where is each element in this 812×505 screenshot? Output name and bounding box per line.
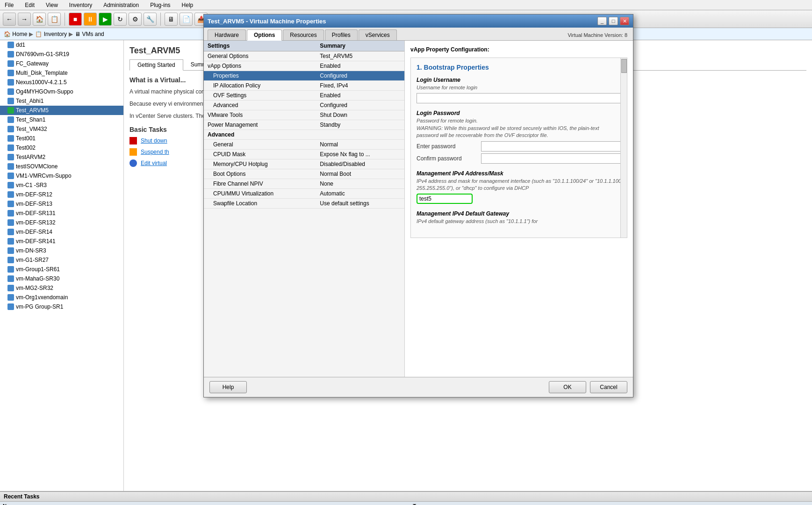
tab-resources[interactable]: Resources <box>283 29 323 40</box>
menu-bar: File Edit View Inventory Administration … <box>0 0 812 10</box>
settings-label: General Options <box>204 51 316 61</box>
menu-file[interactable]: File <box>2 1 16 9</box>
mgmt-ipv4-input[interactable] <box>417 194 473 204</box>
dialog-minimize-btn[interactable]: _ <box>597 17 607 25</box>
sidebar-item-test002[interactable]: Test002 <box>0 143 123 152</box>
menu-help[interactable]: Help <box>179 1 196 9</box>
sidebar-item-vmmahagsr30[interactable]: vm-MahaG-SR30 <box>0 274 123 283</box>
sidebar-item-multidisk[interactable]: Multi_Disk_Template <box>0 68 123 78</box>
scrollbar[interactable] <box>620 58 627 238</box>
toolbar-play-btn[interactable]: ▶ <box>99 13 112 26</box>
menu-inventory[interactable]: Inventory <box>66 1 95 9</box>
table-row-properties[interactable]: Properties Configured <box>204 71 404 81</box>
menu-plugins[interactable]: Plug-ins <box>147 1 173 9</box>
sidebar-item-vmorg1vx[interactable]: vm-Org1vxendomain <box>0 293 123 302</box>
sidebar-item-vmdnsr3[interactable]: vm-DN-SR3 <box>0 246 123 255</box>
task-shutdown-label[interactable]: Shut down <box>141 137 167 144</box>
table-row[interactable]: Fibre Channel NPIV None <box>204 179 404 189</box>
sidebar-item-fcgateway[interactable]: FC_Gateway <box>0 59 123 68</box>
settings-summary: Expose Nx flag to ... <box>316 150 404 159</box>
sidebar-item-vmdefsr141[interactable]: vm-DEF-SR141 <box>0 237 123 246</box>
sidebar-item-vmc1[interactable]: vm-C1 -SR3 <box>0 180 123 190</box>
vm-icon <box>7 135 14 142</box>
toolbar-stop-btn[interactable]: ■ <box>69 13 82 26</box>
table-row[interactable]: Advanced Configured <box>204 101 404 110</box>
vm-icon <box>7 88 14 95</box>
sidebar-item-vm1[interactable]: VM1-VMRCvm-Suppo <box>0 171 123 180</box>
table-row[interactable]: Memory/CPU Hotplug Disabled/Disabled <box>204 159 404 169</box>
sidebar-item-vmpg[interactable]: vm-PG Group-SR1 <box>0 302 123 311</box>
enter-password-label: Enter password <box>417 143 477 150</box>
toolbar-home-btn[interactable]: 🏠 <box>33 13 46 26</box>
dialog-close-btn[interactable]: ✕ <box>620 17 629 25</box>
vm-icon <box>7 219 14 226</box>
breadcrumb-vms[interactable]: 🖥 VMs and <box>75 31 104 37</box>
task-edit-label[interactable]: Edit virtual <box>141 160 167 166</box>
help-button[interactable]: Help <box>209 381 247 393</box>
menu-view[interactable]: View <box>43 1 61 9</box>
sidebar-item-testisovmclone[interactable]: testISOVMClone <box>0 162 123 171</box>
sidebar-item-vmdefsr132[interactable]: vm-DEF-SR132 <box>0 218 123 227</box>
toolbar-pause-btn[interactable]: ⏸ <box>84 13 97 26</box>
settings-label-properties: Properties <box>204 71 316 81</box>
sidebar-item-vmdefsr12[interactable]: vm-DEF-SR12 <box>0 190 123 199</box>
table-row[interactable]: General Normal <box>204 140 404 150</box>
login-password-desc: Password for remote login.WARNING: While… <box>417 117 621 139</box>
sidebar-item-label: testISOVMClone <box>16 163 57 170</box>
sidebar-item-og4[interactable]: Og4MYHGOvm-Suppo <box>0 87 123 96</box>
table-row[interactable]: Advanced <box>204 130 404 140</box>
table-row[interactable]: Power Management Standby <box>204 120 404 130</box>
sidebar-item-vmgroup1sr61[interactable]: vm-Group1-SR61 <box>0 265 123 274</box>
menu-administration[interactable]: Administration <box>101 1 142 9</box>
sidebar-item-vmg1sr27[interactable]: vm-G1-SR27 <box>0 255 123 265</box>
cancel-button[interactable]: Cancel <box>590 381 627 393</box>
tab-options[interactable]: Options <box>247 29 282 41</box>
sidebar-item-nexus[interactable]: Nexus1000V-4.2.1.5 <box>0 78 123 87</box>
sidebar-item-vmdefsr13[interactable]: vm-DEF-SR13 <box>0 199 123 209</box>
toolbar-btn8[interactable]: 📄 <box>180 13 193 26</box>
sidebar-item-vmmg2sr32[interactable]: vm-MG2-SR32 <box>0 283 123 293</box>
table-row[interactable]: CPUID Mask Expose Nx flag to ... <box>204 150 404 159</box>
confirm-password-input[interactable] <box>481 153 621 164</box>
table-row[interactable]: IP Allocation Policy Fixed, IPv4 <box>204 81 404 91</box>
table-row[interactable]: General Options Test_ARVM5 <box>204 51 404 61</box>
table-row[interactable]: VMware Tools Shut Down <box>204 110 404 120</box>
sidebar-item-dn7690[interactable]: DN7690vm-G1-SR19 <box>0 50 123 59</box>
toolbar-forward-btn[interactable]: → <box>18 13 31 26</box>
scrollbar-thumb[interactable] <box>621 59 627 73</box>
settings-summary: Shut Down <box>316 110 404 120</box>
breadcrumb-inventory[interactable]: 📋 Inventory <box>35 31 67 37</box>
sidebar-item-vmdefsr131[interactable]: vm-DEF-SR131 <box>0 209 123 218</box>
sidebar-item-testvm432[interactable]: Test_VM432 <box>0 124 123 134</box>
sidebar-item-test001[interactable]: Test001 <box>0 134 123 143</box>
table-row[interactable]: vApp Options Enabled <box>204 61 404 71</box>
tab-getting-started[interactable]: Getting Started <box>129 59 183 71</box>
vm-icon <box>7 60 14 67</box>
dialog-maximize-btn[interactable]: □ <box>609 17 618 25</box>
table-row[interactable]: Swapfile Location Use default settings <box>204 199 404 209</box>
toolbar-btn6[interactable]: 🔧 <box>144 13 157 26</box>
ok-button[interactable]: OK <box>549 381 586 393</box>
sidebar-item-testabhi1[interactable]: Test_Abhi1 <box>0 96 123 106</box>
sidebar-item-testshan1[interactable]: Test_Shan1 <box>0 115 123 124</box>
sidebar-item-testarvm5[interactable]: Test_ARVM5 <box>0 106 123 115</box>
enter-password-input[interactable] <box>481 141 621 152</box>
tab-profiles[interactable]: Profiles <box>325 29 358 40</box>
toolbar-btn5[interactable]: ⚙ <box>129 13 142 26</box>
menu-edit[interactable]: Edit <box>22 1 37 9</box>
tab-hardware[interactable]: Hardware <box>208 29 246 40</box>
toolbar-inventory-btn[interactable]: 📋 <box>48 13 61 26</box>
sidebar-item-dd1[interactable]: dd1 <box>0 40 123 50</box>
toolbar-refresh-btn[interactable]: ↻ <box>114 13 127 26</box>
tab-vservices[interactable]: vServices <box>359 29 397 40</box>
table-row[interactable]: Boot Options Normal Boot <box>204 169 404 179</box>
breadcrumb-home[interactable]: 🏠 Home <box>4 31 27 37</box>
sidebar-item-vmdefsr14[interactable]: vm-DEF-SR14 <box>0 227 123 237</box>
table-row[interactable]: OVF Settings Enabled <box>204 91 404 101</box>
login-username-input[interactable] <box>417 93 621 103</box>
toolbar-btn7[interactable]: 🖥 <box>165 13 178 26</box>
task-suspend-label[interactable]: Suspend th <box>141 149 169 155</box>
table-row[interactable]: CPU/MMU Virtualization Automatic <box>204 189 404 199</box>
toolbar-back-btn[interactable]: ← <box>3 13 16 26</box>
sidebar-item-testarvm2[interactable]: TestARVM2 <box>0 152 123 162</box>
